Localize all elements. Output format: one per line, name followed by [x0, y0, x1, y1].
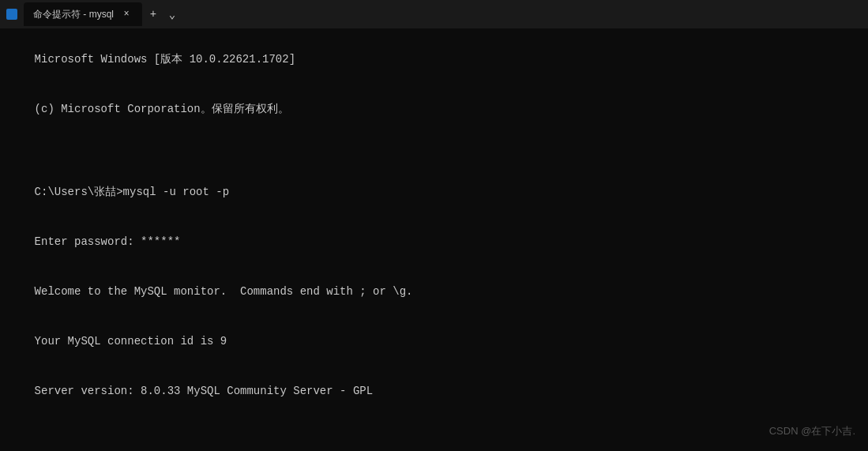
line-2: (c) Microsoft Corporation。保留所有权利。 [35, 103, 289, 115]
watermark: CSDN @在下小吉. [769, 424, 855, 438]
line-4: C:\Users\张喆>mysql -u root -p [35, 186, 229, 198]
line-7: Your MySQL connection id is 9 [35, 335, 227, 348]
active-tab[interactable]: 命令提示符 - mysql × [24, 2, 142, 26]
tab-label: 命令提示符 - mysql [33, 8, 114, 21]
new-tab-button[interactable]: + [145, 6, 161, 22]
title-bar: 命令提示符 - mysql × + ⌄ [0, 0, 868, 28]
terminal-body: Microsoft Windows [版本 10.0.22621.1702] (… [0, 28, 868, 451]
line-5: Enter password: ****** [35, 235, 181, 248]
line-1: Microsoft Windows [版本 10.0.22621.1702] [35, 53, 295, 66]
tab-close-button[interactable]: × [120, 8, 133, 21]
line-8: Server version: 8.0.33 MySQL Community S… [35, 385, 373, 397]
terminal-output: Microsoft Windows [版本 10.0.22621.1702] (… [8, 35, 860, 451]
cmd-icon [6, 9, 17, 20]
line-6: Welcome to the MySQL monitor. Commands e… [35, 285, 413, 298]
dropdown-button[interactable]: ⌄ [164, 6, 180, 22]
